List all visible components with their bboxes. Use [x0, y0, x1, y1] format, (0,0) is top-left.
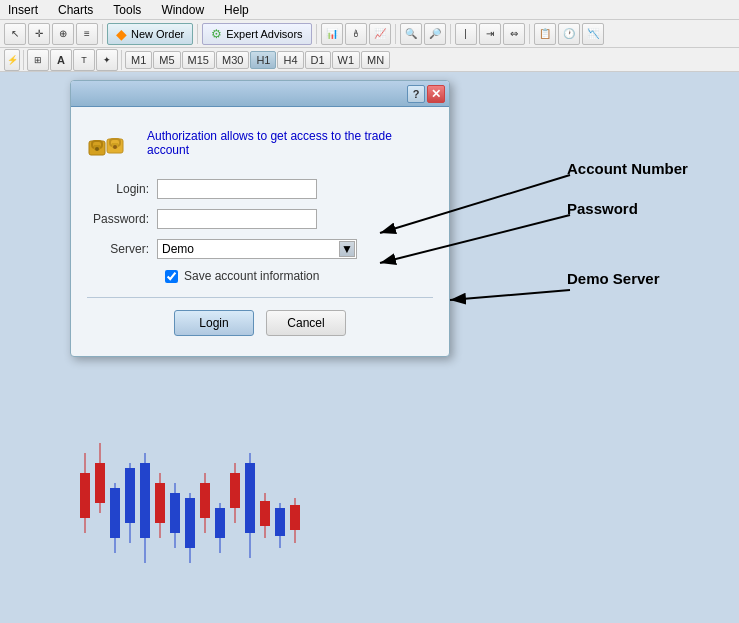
save-account-checkbox[interactable] — [165, 270, 178, 283]
dialog-title-buttons: ? ✕ — [407, 85, 445, 103]
svg-point-34 — [95, 147, 99, 151]
key-icon — [87, 123, 135, 163]
password-label: Password: — [87, 212, 157, 226]
dialog-header: Authorization allows to get access to th… — [87, 123, 433, 163]
login-button[interactable]: Login — [174, 310, 254, 336]
login-dialog: ? ✕ Author — [70, 80, 450, 357]
dialog-help-button[interactable]: ? — [407, 85, 425, 103]
dialog-close-button[interactable]: ✕ — [427, 85, 445, 103]
login-row: Login: — [87, 179, 433, 199]
dialog-overlay: ? ✕ Author — [0, 0, 739, 623]
server-select-wrapper: Demo ▼ — [157, 239, 357, 259]
account-number-label: Account Number — [567, 160, 688, 177]
server-row: Server: Demo ▼ — [87, 239, 433, 259]
dialog-buttons: Login Cancel — [87, 310, 433, 340]
cancel-button[interactable]: Cancel — [266, 310, 346, 336]
save-account-row: Save account information — [87, 269, 433, 283]
password-row: Password: — [87, 209, 433, 229]
dialog-titlebar: ? ✕ — [71, 81, 449, 107]
password-label-annotation: Password — [567, 200, 638, 217]
server-select[interactable]: Demo — [157, 239, 357, 259]
server-label: Server: — [87, 242, 157, 256]
dialog-description: Authorization allows to get access to th… — [147, 129, 433, 157]
login-label: Login: — [87, 182, 157, 196]
demo-server-label: Demo Server — [567, 270, 660, 287]
login-input[interactable] — [157, 179, 317, 199]
dialog-divider — [87, 297, 433, 298]
dialog-body: Authorization allows to get access to th… — [71, 107, 449, 356]
password-input[interactable] — [157, 209, 317, 229]
svg-point-38 — [113, 145, 117, 149]
save-account-label: Save account information — [184, 269, 319, 283]
